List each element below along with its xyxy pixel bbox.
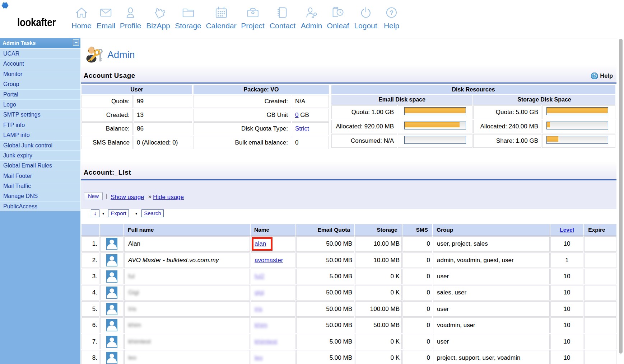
svg-text:?: ? xyxy=(390,9,394,16)
svg-text:?: ? xyxy=(593,74,596,79)
